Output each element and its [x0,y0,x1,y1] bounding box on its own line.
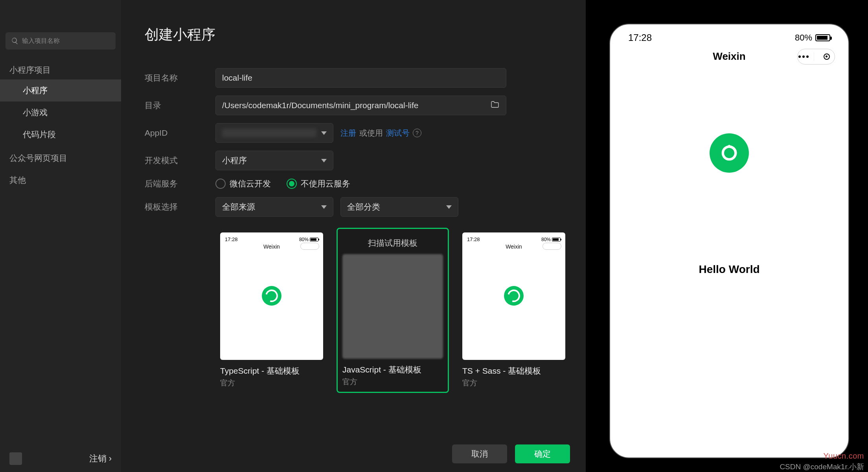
search-icon [11,37,19,45]
trial-id-link[interactable]: 测试号 [386,128,410,138]
svg-point-1 [728,145,730,147]
template-name: JavaScript - 基础模板 [342,364,443,375]
template-preview-qr [342,254,443,359]
label-template-select: 模板选择 [145,201,215,212]
project-search-input[interactable]: 输入项目名称 [6,32,116,50]
device-simulator: 17:28 80% Weixin Hello World [609,24,849,458]
sidebar-group-miniprogram[interactable]: 小程序项目 [0,57,121,79]
caret-down-icon [321,159,327,162]
sim-time: 17:28 [628,32,652,43]
logout-label: 注销 [89,453,107,465]
sidebar-group-other[interactable]: 其他 [0,168,121,190]
register-link[interactable]: 注册 [340,128,356,138]
more-icon [802,55,805,58]
sidebar-group-official-account[interactable]: 公众号网页项目 [0,146,121,168]
watermark-credit: CSDN @codeMak1r.小新 [780,462,864,472]
backend-radio-none[interactable]: 不使用云服务 [287,178,350,189]
caret-down-icon [321,131,327,135]
scan-template-label: 扫描试用模板 [342,238,443,249]
template-source-select[interactable]: 全部来源 [215,197,333,217]
sim-status-bar: 17:28 80% [614,32,844,43]
radio-checked-icon [287,179,297,189]
main-panel: 创建小程序 项目名称 local-life 目录 /Users/codemak1… [121,0,586,472]
label-project-name: 项目名称 [145,72,215,83]
sim-battery-text: 80% [795,33,812,43]
wechat-logo-icon [710,133,749,173]
dialog-footer: 取消 确定 [452,444,570,463]
ide-window: 输入项目名称 小程序项目 小程序 小游戏 代码片段 公众号网页项目 其他 注销 … [0,0,586,472]
page-title: 创建小程序 [145,25,570,44]
sidebar: 输入项目名称 小程序项目 小程序 小游戏 代码片段 公众号网页项目 其他 注销 … [0,0,121,472]
template-subtitle: 官方 [462,378,565,388]
caret-down-icon [321,205,327,209]
wechat-logo-icon [504,286,524,306]
project-name-input[interactable]: local-life [215,68,506,88]
sim-title: Weixin [713,50,745,62]
label-directory: 目录 [145,100,215,111]
help-icon[interactable]: ? [413,129,421,137]
close-target-icon [824,53,830,60]
search-placeholder: 输入项目名称 [22,37,60,45]
wechat-logo-icon [262,286,281,306]
appid-select[interactable] [215,123,333,143]
hello-world-text: Hello World [699,263,760,276]
label-backend: 后端服务 [145,178,215,189]
sim-nav-bar: Weixin [614,50,844,63]
logout-button[interactable]: 注销 › [89,453,112,465]
sidebar-item-snippet[interactable]: 代码片段 [0,124,121,146]
or-use-text: 或使用 [359,128,383,138]
template-name: TS + Sass - 基础模板 [462,365,565,376]
label-appid: AppID [145,128,215,138]
template-card-ts-sass[interactable]: 17:2880% Weixin TS + Sass - 基础模板 官方 [458,228,570,393]
confirm-button[interactable]: 确定 [515,444,570,463]
battery-icon [815,34,830,41]
template-category-select[interactable]: 全部分类 [340,197,458,217]
sim-content: Hello World [614,133,844,276]
radio-icon [215,179,226,189]
user-avatar[interactable] [9,452,22,465]
template-subtitle: 官方 [342,377,443,387]
template-card-typescript[interactable]: 17:2880% Weixin TypeScript - 基础模板 官方 [215,228,328,393]
sim-capsule[interactable] [797,49,835,65]
label-dev-mode: 开发模式 [145,155,215,166]
template-list: 17:2880% Weixin TypeScript - 基础模板 官方 扫描试… [215,228,570,393]
sidebar-footer: 注销 › [0,445,121,472]
appid-value-redacted [222,129,316,137]
cancel-button[interactable]: 取消 [452,444,507,463]
template-name: TypeScript - 基础模板 [220,365,323,376]
dev-mode-select[interactable]: 小程序 [215,151,333,170]
chevron-right-icon: › [109,454,112,464]
template-preview: 17:2880% Weixin [220,232,323,360]
template-subtitle: 官方 [220,378,323,388]
template-card-javascript[interactable]: 扫描试用模板 JavaScript - 基础模板 官方 [337,228,449,393]
sidebar-item-miniprogram[interactable]: 小程序 [0,79,121,101]
sidebar-item-minigame[interactable]: 小游戏 [0,101,121,124]
watermark-site: Yuucn.com [824,452,864,461]
caret-down-icon [446,205,452,209]
template-preview: 17:2880% Weixin [462,232,565,360]
backend-radio-cloud[interactable]: 微信云开发 [215,178,271,189]
folder-browse-icon[interactable] [490,100,500,111]
directory-input[interactable]: /Users/codemak1r/Documents/mini_program/… [215,96,506,115]
